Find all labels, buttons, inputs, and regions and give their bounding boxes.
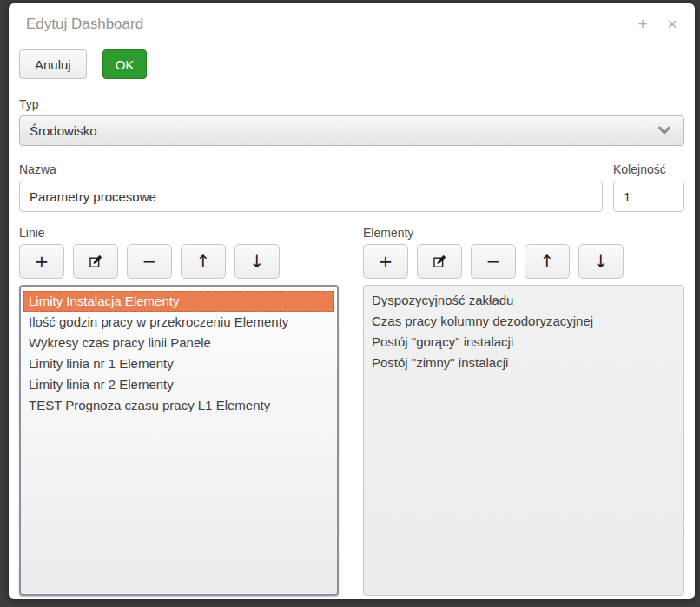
- linie-move-down-button[interactable]: ↓: [234, 244, 280, 279]
- list-item[interactable]: TEST Prognoza czasu pracy L1 Elementy: [23, 395, 334, 416]
- plus-icon: +: [379, 251, 393, 272]
- name-order-row: Nazwa Kolejność: [19, 162, 684, 212]
- linie-listbox[interactable]: Limity Instalacja Elementy Ilość godzin …: [19, 285, 339, 596]
- name-field-block: Nazwa: [19, 162, 603, 212]
- list-item[interactable]: Limity linia nr 2 Elementy: [23, 374, 334, 395]
- linie-toolbar: + − ↑ ↓: [19, 244, 339, 279]
- ok-button[interactable]: OK: [102, 49, 148, 79]
- linie-column: Linie + − ↑ ↓ Limity Instalacja Elementy: [19, 226, 339, 596]
- elementy-move-up-button[interactable]: ↑: [525, 244, 570, 279]
- close-icon[interactable]: ×: [664, 16, 681, 33]
- dialog-titlebar: Edytuj Dashboard + ×: [19, 12, 684, 36]
- list-item[interactable]: Postój "zimny" instalacji: [367, 353, 681, 373]
- arrow-down-icon: ↓: [594, 251, 609, 272]
- linie-remove-button[interactable]: −: [127, 244, 172, 279]
- order-input[interactable]: [613, 181, 684, 212]
- list-item[interactable]: Czas pracy kolumny dezodoryzacyjnej: [367, 311, 681, 332]
- elementy-remove-button[interactable]: −: [471, 244, 516, 279]
- type-select[interactable]: Środowisko: [19, 115, 684, 146]
- list-item[interactable]: Limity Instalacja Elementy: [23, 291, 334, 312]
- edit-pencil-icon: [89, 254, 102, 268]
- list-item[interactable]: Postój "gorący" instalacji: [367, 332, 681, 353]
- elementy-listbox[interactable]: Dyspozycyjność zakładu Czas pracy kolumn…: [363, 285, 684, 596]
- elementy-add-button[interactable]: +: [363, 244, 408, 279]
- name-label: Nazwa: [19, 162, 603, 176]
- list-item[interactable]: Wykresy czas pracy linii Panele: [23, 333, 334, 353]
- chevron-down-icon: [657, 126, 671, 135]
- dialog-title: Edytuj Dashboard: [26, 16, 634, 33]
- minus-icon: −: [486, 251, 501, 272]
- arrow-down-icon: ↓: [250, 251, 265, 272]
- linie-label: Linie: [19, 226, 339, 240]
- lists-section: Linie + − ↑ ↓ Limity Instalacja Elementy: [19, 226, 684, 596]
- edit-dashboard-dialog: Edytuj Dashboard + × Anuluj OK Typ Środo…: [9, 3, 695, 599]
- linie-add-button[interactable]: +: [19, 244, 64, 279]
- dialog-actions: Anuluj OK: [19, 49, 684, 79]
- elementy-column: Elementy + − ↑ ↓ Dyspozycyjność zakładu: [363, 226, 684, 596]
- cancel-button[interactable]: Anuluj: [19, 49, 87, 79]
- type-label: Typ: [19, 97, 684, 111]
- minus-icon: −: [142, 251, 157, 272]
- name-input[interactable]: [19, 181, 603, 212]
- linie-edit-button[interactable]: [73, 244, 118, 279]
- order-label: Kolejność: [613, 162, 684, 176]
- maximize-icon[interactable]: +: [634, 16, 651, 33]
- elementy-edit-button[interactable]: [417, 244, 462, 279]
- linie-move-up-button[interactable]: ↑: [181, 244, 226, 279]
- type-field-block: Typ Środowisko: [19, 97, 684, 146]
- type-select-value: Środowisko: [30, 123, 657, 138]
- elementy-move-down-button[interactable]: ↓: [578, 244, 624, 279]
- list-item[interactable]: Ilość godzin pracy w przekroczeniu Eleme…: [23, 312, 334, 333]
- window-controls: + ×: [634, 16, 681, 33]
- list-item[interactable]: Limity linia nr 1 Elementy: [23, 353, 334, 374]
- edit-pencil-icon: [433, 254, 446, 268]
- plus-icon: +: [35, 251, 50, 272]
- arrow-up-icon: ↑: [196, 251, 211, 272]
- list-item[interactable]: Dyspozycyjność zakładu: [367, 290, 681, 311]
- elementy-label: Elementy: [363, 226, 684, 240]
- arrow-up-icon: ↑: [540, 251, 555, 272]
- order-field-block: Kolejność: [613, 162, 684, 212]
- elementy-toolbar: + − ↑ ↓: [363, 244, 684, 279]
